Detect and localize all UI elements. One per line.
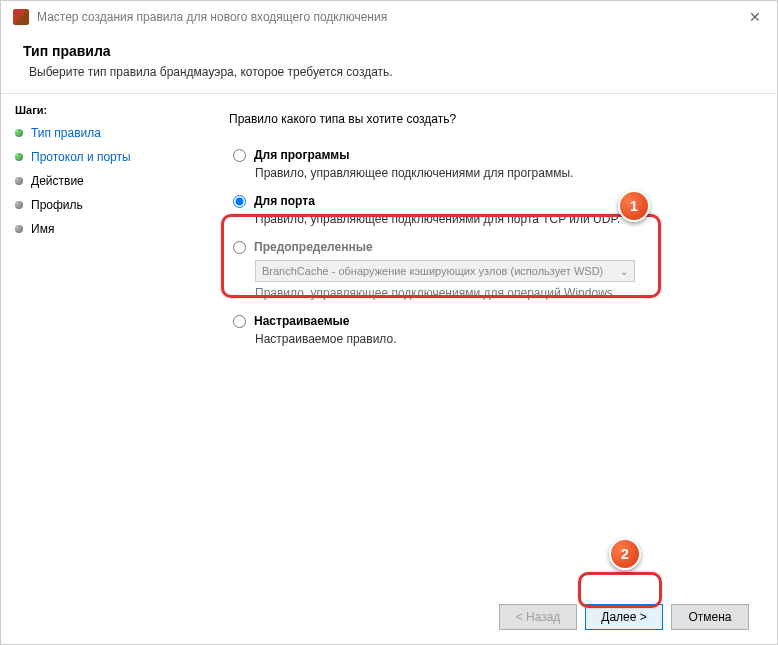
- steps-label: Шаги:: [15, 104, 187, 116]
- bullet-icon: [15, 129, 23, 137]
- step-label: Протокол и порты: [31, 150, 131, 164]
- radio-program[interactable]: [233, 149, 246, 162]
- option-port: Для порта Правило, управляющее подключен…: [229, 194, 749, 226]
- radio-custom[interactable]: [233, 315, 246, 328]
- option-title: Предопределенные: [254, 240, 373, 254]
- option-desc: Настраиваемое правило.: [233, 332, 749, 346]
- option-custom: Настраиваемые Настраиваемое правило.: [229, 314, 749, 346]
- option-title: Для программы: [254, 148, 349, 162]
- option-title: Для порта: [254, 194, 315, 208]
- close-icon[interactable]: ✕: [745, 9, 765, 25]
- back-button[interactable]: < Назад: [499, 604, 577, 630]
- step-label: Имя: [31, 222, 54, 236]
- prompt-text: Правило какого типа вы хотите создать?: [229, 112, 749, 126]
- step-name[interactable]: Имя: [15, 222, 187, 236]
- predefined-dropdown[interactable]: BranchCache - обнаружение кэширующих узл…: [255, 260, 635, 282]
- option-desc: Правило, управляющее подключениями для о…: [233, 286, 749, 300]
- option-custom-label[interactable]: Настраиваемые: [233, 314, 749, 328]
- option-predefined-label[interactable]: Предопределенные: [233, 240, 749, 254]
- option-desc: Правило, управляющее подключениями для п…: [233, 212, 749, 226]
- wizard-window: Мастер создания правила для нового входя…: [0, 0, 778, 645]
- body: Шаги: Тип правила Протокол и порты Дейст…: [1, 94, 777, 590]
- option-desc: Правило, управляющее подключениями для п…: [233, 166, 749, 180]
- chevron-down-icon: ⌄: [620, 266, 628, 277]
- step-label: Профиль: [31, 198, 83, 212]
- radio-port[interactable]: [233, 195, 246, 208]
- content: Правило какого типа вы хотите создать? Д…: [201, 94, 777, 590]
- option-program: Для программы Правило, управляющее подкл…: [229, 148, 749, 180]
- bullet-icon: [15, 201, 23, 209]
- titlebar: Мастер создания правила для нового входя…: [1, 1, 777, 33]
- page-subtitle: Выберите тип правила брандмауэра, которо…: [23, 65, 755, 79]
- option-program-label[interactable]: Для программы: [233, 148, 749, 162]
- step-protocol-ports[interactable]: Протокол и порты: [15, 150, 187, 164]
- sidebar: Шаги: Тип правила Протокол и порты Дейст…: [1, 94, 201, 590]
- page-title: Тип правила: [23, 43, 755, 59]
- bullet-icon: [15, 177, 23, 185]
- firewall-icon: [13, 9, 29, 25]
- dropdown-value: BranchCache - обнаружение кэширующих узл…: [262, 265, 603, 277]
- bullet-icon: [15, 153, 23, 161]
- option-port-label[interactable]: Для порта: [233, 194, 749, 208]
- step-label: Действие: [31, 174, 84, 188]
- radio-predefined[interactable]: [233, 241, 246, 254]
- bullet-icon: [15, 225, 23, 233]
- cancel-button[interactable]: Отмена: [671, 604, 749, 630]
- step-label: Тип правила: [31, 126, 101, 140]
- step-rule-type[interactable]: Тип правила: [15, 126, 187, 140]
- option-title: Настраиваемые: [254, 314, 349, 328]
- window-title: Мастер создания правила для нового входя…: [37, 10, 745, 24]
- page-header: Тип правила Выберите тип правила брандма…: [1, 33, 777, 93]
- step-profile[interactable]: Профиль: [15, 198, 187, 212]
- next-button[interactable]: Далее >: [585, 604, 663, 630]
- step-action[interactable]: Действие: [15, 174, 187, 188]
- option-predefined: Предопределенные BranchCache - обнаружен…: [229, 240, 749, 300]
- footer: < Назад Далее > Отмена: [1, 590, 777, 644]
